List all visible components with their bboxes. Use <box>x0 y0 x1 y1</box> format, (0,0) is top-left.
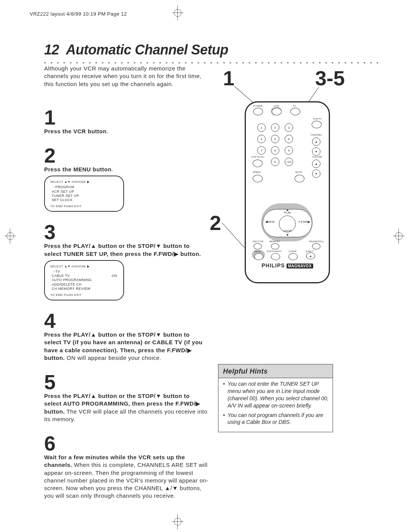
digit-3: 3 <box>285 123 293 132</box>
status-exit-button <box>271 253 280 260</box>
step-2: Press the MENU button. <box>44 166 209 173</box>
digit-0: 0 <box>271 158 279 166</box>
mute-button <box>295 175 304 182</box>
helpful-hints: Helpful Hints You can not enter the TUNE… <box>218 364 333 432</box>
recotr-button <box>253 243 262 249</box>
callout-3-5: 3-5 <box>315 66 345 90</box>
vcrtv-button <box>312 121 322 128</box>
page-title: 12 Automatic Channel Setup <box>44 42 379 58</box>
power-button <box>253 108 263 115</box>
vcr-button <box>272 108 282 115</box>
title-text: Automatic Channel Setup <box>66 42 228 58</box>
step-3: Press the PLAY/▲ button or the STOP/▼ bu… <box>44 242 209 258</box>
digit-5: 5 <box>271 135 279 143</box>
step-number-2: 2 <box>44 145 209 166</box>
speed-button <box>253 175 263 182</box>
step-4: Press the PLAY/▲ button or the STOP/▼ bu… <box>44 331 209 362</box>
title-rule: • • • • • • • • • • • • • • • • • • • • … <box>44 60 379 63</box>
intro-text: Although your VCR may automatically memo… <box>44 65 209 88</box>
menu-button <box>254 253 263 260</box>
channel-up: ▲ <box>312 137 320 146</box>
osd-panel-2: SELECT ▲▼ CHOOSE ▶ →TV CABLE TVON AUTO P… <box>44 260 124 300</box>
digit-8: 8 <box>271 146 279 155</box>
volume-down: ▼ <box>312 169 320 178</box>
digit-6: 6 <box>285 135 293 143</box>
digit-2: 2 <box>271 123 279 132</box>
digit-1: 1 <box>257 123 266 132</box>
vcrplus-button <box>253 160 263 167</box>
page-number: 12 <box>44 42 59 58</box>
digit-plus100: +100 <box>285 158 293 166</box>
step-number-5: 5 <box>44 372 209 392</box>
digit-7: 7 <box>257 146 266 155</box>
tv-button <box>290 108 300 115</box>
memory-button <box>271 243 279 249</box>
print-header: VRZ222 layout 4/8/99 10:19 PM Page 12 <box>30 11 127 17</box>
pause-button <box>312 243 320 249</box>
clear-button <box>288 253 298 260</box>
channel-down: ▼ <box>312 147 320 156</box>
volume-up: ▲ <box>312 160 320 168</box>
step-number-3: 3 <box>44 222 209 242</box>
hint-item: You can not enter the TUNER SET UP menu … <box>223 380 329 412</box>
step-5: Press the PLAY/▲ button or the STOP/▼ bu… <box>44 392 209 423</box>
step-1: Press the VCR button. <box>44 128 209 135</box>
d-pad: PLAY ◀ REW F.FWD ▶ STOP ▲ ▼ <box>263 209 312 237</box>
hint-item: You can not program channels if you are … <box>223 412 329 428</box>
remote-illustration: POWER VCR TV VCR/TV 1 2 3 4 5 6 7 <box>245 101 330 283</box>
osd-panel-1: SELECT ▲▼ CHOOSE ▶ →PROGRAM VCR SET UP T… <box>44 176 124 212</box>
digit-4: 4 <box>257 135 266 143</box>
step-number-1: 1 <box>44 107 209 128</box>
eject-button: ▲ <box>306 252 315 259</box>
callout-2: 2 <box>210 211 221 235</box>
step-6: Wait for a few minutes while the VCR set… <box>44 454 209 500</box>
callout-1: 1 <box>223 66 234 90</box>
step-number-6: 6 <box>44 433 209 454</box>
brand: PHILIPSMAGNAVOX <box>246 262 329 268</box>
digit-9: 9 <box>285 146 293 155</box>
helpful-hints-title: Helpful Hints <box>218 364 333 378</box>
step-number-4: 4 <box>44 310 209 331</box>
